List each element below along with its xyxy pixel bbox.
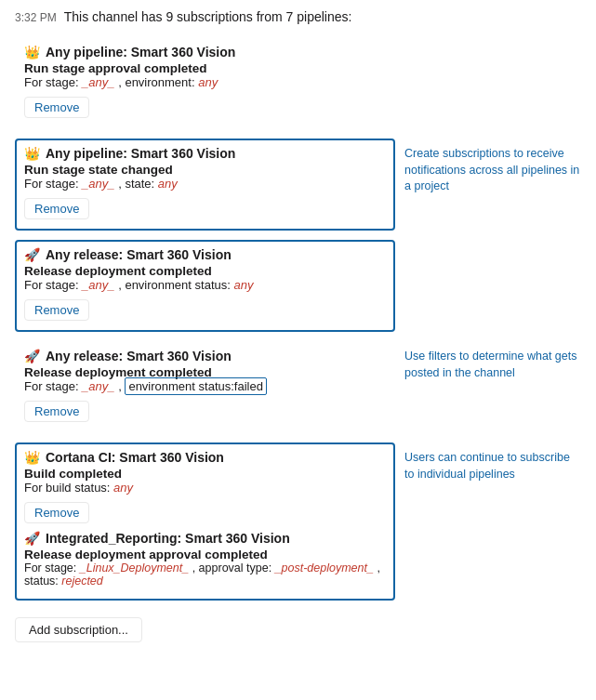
- sub-title-1: 👑 Any pipeline: Smart 360 Vision: [24, 45, 386, 59]
- pipeline-icon-5: 👑: [24, 450, 40, 465]
- subscription-group: 👑 Cortana CI: Smart 360 Vision Build com…: [15, 442, 395, 601]
- group-sub-filters-2: For stage: _Linux_Deployment_ , approval…: [24, 561, 386, 588]
- sub-title-text-2: Any pipeline: Smart 360 Vision: [46, 146, 235, 161]
- tooltip-2: Create subscriptions to receive notifica…: [395, 139, 581, 195]
- sub-title-4: 🚀 Any release: Smart 360 Vision: [24, 349, 386, 363]
- subscription-block-2: 👑 Any pipeline: Smart 360 Vision Run sta…: [15, 139, 395, 231]
- subscription-block-3: 🚀 Any release: Smart 360 Vision Release …: [15, 240, 395, 332]
- subscription-row-2: 👑 Any pipeline: Smart 360 Vision Run sta…: [15, 139, 581, 240]
- group-sub-title-text-1: Cortana CI: Smart 360 Vision: [46, 450, 224, 465]
- sub-event-3: Release deployment completed: [24, 264, 386, 278]
- subscription-row-1: 👑 Any pipeline: Smart 360 Vision Run sta…: [15, 37, 581, 139]
- remove-button-5[interactable]: Remove: [24, 502, 89, 523]
- sub-filters-4: For stage: _any_ , environment status:fa…: [24, 379, 386, 393]
- release-icon-6: 🚀: [24, 531, 40, 546]
- sub-event-2: Run stage state changed: [24, 163, 386, 177]
- group-sub-title-1: 👑 Cortana CI: Smart 360 Vision: [24, 450, 386, 465]
- subscription-block-4: 🚀 Any release: Smart 360 Vision Release …: [15, 341, 395, 433]
- tooltip-3: [395, 240, 581, 247]
- subscription-row-4: 🚀 Any release: Smart 360 Vision Release …: [15, 341, 581, 442]
- chat-message: 3:32 PM This channel has 9 subscriptions…: [15, 9, 581, 642]
- subscription-group-row: 👑 Cortana CI: Smart 360 Vision Build com…: [15, 442, 581, 610]
- release-icon-3: 🚀: [24, 247, 40, 262]
- sub-title-text-1: Any pipeline: Smart 360 Vision: [46, 45, 235, 59]
- tooltip-4: Use filters to determine what gets poste…: [395, 341, 581, 381]
- header-text: This channel has 9 subscriptions from 7 …: [64, 9, 352, 24]
- group-sub-title-text-2: Integrated_Reporting: Smart 360 Vision: [46, 531, 290, 546]
- sub-title-text-4: Any release: Smart 360 Vision: [46, 349, 232, 363]
- group-sub-event-2: Release deployment approval completed: [24, 548, 386, 561]
- tooltip-group: Users can continue to subscribe to indiv…: [395, 442, 581, 482]
- sub-title-3: 🚀 Any release: Smart 360 Vision: [24, 247, 386, 262]
- sub-event-1: Run stage approval completed: [24, 61, 386, 75]
- group-sub-filters-1: For build status: any: [24, 481, 386, 495]
- remove-button-1[interactable]: Remove: [24, 97, 89, 118]
- timestamp: 3:32 PM: [15, 11, 57, 24]
- sub-filters-3: For stage: _any_ , environment status: a…: [24, 278, 386, 292]
- sub-title-2: 👑 Any pipeline: Smart 360 Vision: [24, 146, 386, 161]
- group-item-1: 👑 Cortana CI: Smart 360 Vision Build com…: [24, 450, 386, 527]
- tooltip-1: [395, 37, 581, 45]
- sub-filters-1: For stage: _any_ , environment: any: [24, 75, 386, 89]
- subscription-block-1: 👑 Any pipeline: Smart 360 Vision Run sta…: [15, 37, 395, 129]
- group-item-2: 🚀 Integrated_Reporting: Smart 360 Vision…: [24, 531, 386, 588]
- remove-button-3[interactable]: Remove: [24, 299, 89, 321]
- group-sub-event-1: Build completed: [24, 467, 386, 481]
- subscription-row-3: 🚀 Any release: Smart 360 Vision Release …: [15, 240, 581, 341]
- header-row: 3:32 PM This channel has 9 subscriptions…: [15, 9, 581, 24]
- sub-title-text-3: Any release: Smart 360 Vision: [46, 247, 232, 262]
- remove-button-2[interactable]: Remove: [24, 198, 89, 219]
- add-subscription-button[interactable]: Add subscription...: [15, 617, 142, 642]
- pipeline-icon-1: 👑: [24, 45, 40, 59]
- pipeline-icon-2: 👑: [24, 146, 40, 161]
- sub-filters-2: For stage: _any_ , state: any: [24, 177, 386, 191]
- add-subscription-row: Add subscription...: [15, 612, 581, 642]
- remove-button-4[interactable]: Remove: [24, 401, 89, 422]
- group-sub-title-2: 🚀 Integrated_Reporting: Smart 360 Vision: [24, 531, 386, 546]
- filter-box: environment status:failed: [125, 377, 267, 395]
- release-icon-4: 🚀: [24, 349, 40, 363]
